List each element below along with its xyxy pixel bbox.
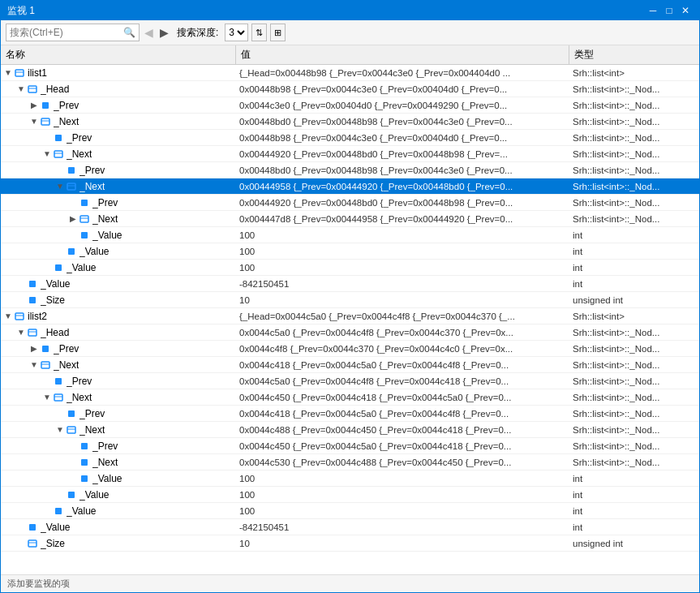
search-icon: 🔍	[123, 27, 135, 38]
struct-icon	[14, 67, 25, 79]
expand-button[interactable]: ▼	[41, 392, 53, 403]
expand-button[interactable]: ▼	[54, 424, 66, 436]
node-type: Srh::list<int>::_Nod...	[569, 149, 699, 159]
node-label: _Next	[67, 392, 92, 403]
table-row[interactable]: _Prev0x0044c5a0 {_Prev=0x0044c4f8 {_Prev…	[1, 373, 699, 389]
table-row[interactable]: _Value-842150451int	[1, 519, 699, 535]
expand-button[interactable]: ▼	[28, 116, 40, 127]
expand-button[interactable]: ▼	[15, 84, 27, 95]
svg-rect-5	[41, 118, 49, 125]
field-icon	[66, 165, 77, 176]
table-row[interactable]: ▼_Next0x0044c418 {_Prev=0x0044c5a0 {_Pre…	[1, 357, 699, 373]
table-row[interactable]: ▶_Prev0x0044c4f8 {_Prev=0x0044c370 {_Pre…	[1, 341, 699, 357]
sort-button[interactable]: ⇅	[251, 24, 267, 41]
node-type: int	[569, 247, 699, 256]
table-row[interactable]: _Value100int	[1, 227, 699, 243]
grid-button[interactable]: ⊞	[270, 24, 286, 41]
expand-button[interactable]: ▼	[15, 327, 27, 338]
node-type: Srh::list<int>	[569, 68, 699, 78]
node-label: _Next	[92, 213, 118, 225]
expand-button[interactable]: ▼	[28, 359, 40, 371]
expand-button[interactable]: ▶	[67, 213, 79, 225]
expand-button[interactable]: ▼	[2, 311, 14, 322]
svg-rect-28	[55, 378, 62, 385]
table-row[interactable]: ▼ilist1{_Head=0x00448b98 {_Prev=0x0044c3…	[1, 65, 699, 81]
svg-rect-38	[55, 508, 62, 514]
node-value: 0x00444958 {_Prev=0x00444920 {_Prev=0x00…	[236, 182, 569, 191]
table-row[interactable]: _Value100int	[1, 503, 699, 519]
table-row[interactable]: ▼_Next0x00444958 {_Prev=0x00444920 {_Pre…	[1, 178, 699, 195]
node-value: 0x0044c3e0 {_Prev=0x00404d0 {_Prev=0x004…	[236, 101, 569, 110]
node-value: {_Head=0x0044c5a0 {_Prev=0x0044c4f8 {_Pr…	[236, 312, 569, 321]
tree-container[interactable]: ▼ilist1{_Head=0x00448b98 {_Prev=0x0044c3…	[1, 65, 699, 574]
svg-rect-40	[28, 540, 37, 547]
node-value: 100	[236, 230, 569, 240]
depth-select[interactable]: 3 1 2 4 5	[225, 24, 248, 41]
maximize-button[interactable]: □	[662, 3, 676, 18]
table-row[interactable]: _Prev0x0044c450 {_Prev=0x0044c5a0 {_Prev…	[1, 438, 699, 454]
expand-button[interactable]: ▼	[2, 67, 14, 79]
svg-rect-37	[68, 492, 75, 498]
struct-icon	[66, 424, 77, 436]
expand-button[interactable]: ▶	[28, 343, 40, 355]
node-type: Srh::list<int>::_Nod...	[569, 214, 699, 224]
field-icon	[53, 132, 64, 144]
table-row[interactable]: ▼_Head0x00448b98 {_Prev=0x0044c3e0 {_Pre…	[1, 81, 699, 97]
col-header-name: 名称	[1, 45, 236, 64]
field-icon	[79, 473, 90, 484]
table-row[interactable]: ▶_Prev0x0044c3e0 {_Prev=0x00404d0 {_Prev…	[1, 97, 699, 114]
table-row[interactable]: _Value100int	[1, 260, 699, 276]
field-icon	[79, 230, 90, 241]
node-type: Srh::list<int>::_Nod...	[569, 182, 699, 191]
table-row[interactable]: ▼_Head0x0044c5a0 {_Prev=0x0044c4f8 {_Pre…	[1, 324, 699, 341]
node-label: _Head	[41, 327, 69, 338]
arrow-left-button[interactable]: ◀	[143, 26, 155, 39]
table-row[interactable]: ▼_Next0x0044c450 {_Prev=0x0044c418 {_Pre…	[1, 389, 699, 406]
expand-button[interactable]: ▼	[41, 148, 53, 160]
svg-rect-10	[68, 167, 75, 174]
table-row[interactable]: _Next0x0044c530 {_Prev=0x0044c488 {_Prev…	[1, 454, 699, 471]
table-row[interactable]: _Size10unsigned int	[1, 292, 699, 308]
table-row[interactable]: _Value100int	[1, 243, 699, 260]
expand-button[interactable]: ▶	[28, 100, 40, 111]
table-row[interactable]: ▼ilist2{_Head=0x0044c5a0 {_Prev=0x0044c4…	[1, 308, 699, 324]
depth-label: 搜索深度:	[177, 26, 218, 40]
table-row[interactable]: _Value-842150451int	[1, 276, 699, 292]
node-label: _Prev	[92, 440, 118, 452]
table-row[interactable]: _Value100int	[1, 487, 699, 503]
node-label: ilist1	[28, 67, 47, 79]
table-row[interactable]: _Value100int	[1, 471, 699, 487]
table-row[interactable]: _Prev0x00448bd0 {_Prev=0x00448b98 {_Prev…	[1, 162, 699, 178]
field-icon	[40, 100, 51, 111]
node-value: -842150451	[236, 522, 569, 532]
node-type: int	[569, 230, 699, 240]
table-row[interactable]: ▼_Next0x00448bd0 {_Prev=0x00448b98 {_Pre…	[1, 114, 699, 130]
node-label: _Next	[54, 359, 79, 371]
svg-rect-26	[41, 362, 49, 368]
search-box[interactable]: 🔍	[6, 24, 140, 41]
node-value: 0x0044c488 {_Prev=0x0044c450 {_Prev=0x00…	[236, 425, 569, 435]
node-value: 0x0044c5a0 {_Prev=0x0044c4f8 {_Prev=0x00…	[236, 376, 569, 386]
node-type: Srh::list<int>::_Nod...	[569, 198, 699, 208]
table-row[interactable]: ▼_Next0x0044c488 {_Prev=0x0044c450 {_Pre…	[1, 422, 699, 438]
table-row[interactable]: _Prev0x00444920 {_Prev=0x00448bd0 {_Prev…	[1, 195, 699, 211]
field-icon	[53, 505, 64, 517]
node-label: _Prev	[79, 408, 105, 419]
table-row[interactable]: ▼_Next0x00444920 {_Prev=0x00448bd0 {_Pre…	[1, 146, 699, 162]
svg-rect-21	[15, 313, 24, 320]
node-label: _Value	[92, 230, 122, 241]
column-headers: 名称 值 类型	[1, 45, 699, 65]
expand-button[interactable]: ▼	[54, 181, 66, 192]
arrow-right-button[interactable]: ▶	[158, 26, 170, 39]
minimize-button[interactable]: ─	[646, 3, 660, 18]
table-row[interactable]: _Prev0x0044c418 {_Prev=0x0044c5a0 {_Prev…	[1, 406, 699, 422]
table-row[interactable]: _Size10unsigned int	[1, 535, 699, 552]
table-row[interactable]: _Prev0x00448b98 {_Prev=0x0044c3e0 {_Prev…	[1, 130, 699, 146]
node-label: _Next	[79, 181, 105, 192]
node-value: 0x0044c450 {_Prev=0x0044c418 {_Prev=0x00…	[236, 393, 569, 402]
node-type: Srh::list<int>::_Nod...	[569, 344, 699, 354]
struct-icon	[27, 538, 38, 549]
search-input[interactable]	[10, 27, 123, 38]
close-button[interactable]: ✕	[678, 3, 693, 18]
table-row[interactable]: ▶_Next0x004447d8 {_Prev=0x00444958 {_Pre…	[1, 211, 699, 227]
